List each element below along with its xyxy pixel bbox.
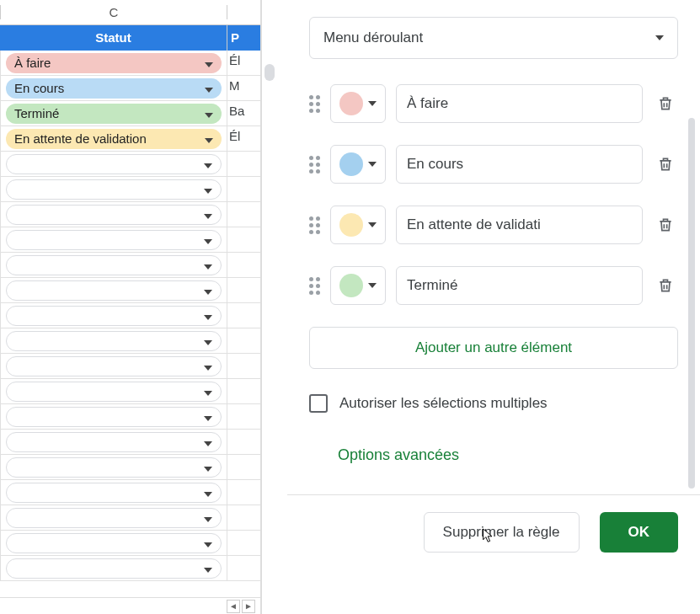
option-value-input[interactable] (396, 266, 643, 305)
dropdown-chip[interactable] (6, 280, 222, 301)
dropdown-chip[interactable] (6, 432, 222, 452)
header-statut[interactable]: Statut (0, 25, 227, 51)
cell-col-d[interactable] (227, 379, 260, 403)
cell-statut[interactable] (0, 303, 227, 328)
sheet-tab-scroll: ◄ ► (0, 597, 260, 614)
color-picker[interactable] (330, 84, 386, 123)
dropdown-chip[interactable] (6, 230, 222, 250)
scroll-right-button[interactable]: ► (242, 600, 255, 613)
dropdown-chip[interactable] (6, 255, 222, 275)
dropdown-chip[interactable] (6, 533, 222, 553)
cell-statut[interactable] (0, 404, 227, 429)
drag-handle-icon[interactable] (309, 216, 320, 234)
cell-col-d[interactable] (227, 278, 260, 302)
data-validation-panel: Menu déroulant Ajouter un autre élément … (261, 0, 700, 614)
chevron-down-icon (205, 106, 213, 120)
cell-col-d[interactable]: Él (227, 126, 260, 151)
cell-col-d[interactable] (227, 328, 260, 353)
dropdown-chip[interactable]: En cours (6, 78, 222, 99)
cell-statut[interactable] (0, 328, 227, 353)
trash-icon (657, 95, 674, 112)
cell-statut[interactable] (0, 278, 227, 302)
cell-col-d[interactable] (227, 455, 260, 479)
dropdown-chip[interactable] (6, 407, 222, 427)
cell-col-d[interactable] (227, 505, 260, 530)
cell-statut[interactable]: Terminé (0, 101, 227, 125)
dropdown-chip[interactable] (6, 154, 222, 174)
cell-statut[interactable] (0, 556, 227, 580)
cell-statut[interactable] (0, 480, 227, 505)
criteria-dropdown[interactable]: Menu déroulant (309, 17, 678, 59)
color-picker[interactable] (330, 145, 386, 184)
cell-col-d[interactable] (227, 430, 260, 454)
cell-col-d[interactable] (227, 253, 260, 277)
delete-option-button[interactable] (653, 91, 678, 116)
drag-handle-icon[interactable] (309, 277, 320, 295)
cell-statut[interactable] (0, 227, 227, 252)
dropdown-chip[interactable] (6, 457, 222, 478)
dropdown-chip[interactable] (6, 356, 222, 376)
cell-col-d[interactable] (227, 152, 260, 176)
cell-statut[interactable] (0, 152, 227, 176)
cell-statut[interactable] (0, 531, 227, 555)
header-col-d[interactable]: P (227, 25, 260, 51)
table-row: En coursM (0, 76, 260, 101)
cell-statut[interactable] (0, 177, 227, 201)
cell-col-d[interactable] (227, 556, 260, 580)
dropdown-chip[interactable] (6, 205, 222, 225)
dropdown-chip[interactable]: Terminé (6, 104, 222, 124)
option-row (309, 266, 678, 305)
delete-rule-button[interactable]: Supprimer la règle (424, 512, 580, 553)
advanced-options-toggle[interactable]: Options avancées (338, 446, 678, 464)
cell-statut[interactable]: En cours (0, 76, 227, 100)
scroll-left-button[interactable]: ◄ (227, 600, 240, 613)
cell-statut[interactable]: En attente de validation (0, 126, 227, 151)
cell-statut[interactable] (0, 354, 227, 378)
cell-col-d[interactable] (227, 354, 260, 378)
delete-option-button[interactable] (653, 152, 678, 177)
cell-statut[interactable] (0, 202, 227, 227)
cell-statut[interactable] (0, 430, 227, 454)
cell-col-d[interactable]: Él (227, 51, 260, 75)
delete-option-button[interactable] (653, 273, 678, 298)
chevron-down-icon (204, 232, 212, 247)
dropdown-chip[interactable] (6, 179, 222, 200)
dropdown-chip[interactable] (6, 483, 222, 503)
cell-statut[interactable] (0, 379, 227, 403)
ok-button[interactable]: OK (600, 512, 679, 553)
cell-statut[interactable] (0, 505, 227, 530)
dropdown-chip[interactable] (6, 331, 222, 351)
cell-statut[interactable]: À faire (0, 51, 227, 75)
cell-col-d[interactable] (227, 177, 260, 201)
cell-col-d[interactable]: Ba (227, 101, 260, 125)
chevron-down-icon (368, 101, 377, 106)
cell-statut[interactable] (0, 455, 227, 479)
cell-col-d[interactable] (227, 227, 260, 252)
column-header-c[interactable]: C (0, 5, 227, 19)
option-value-input[interactable] (396, 206, 643, 244)
cell-col-d[interactable] (227, 202, 260, 227)
cell-col-d[interactable] (227, 531, 260, 555)
cell-statut[interactable] (0, 253, 227, 277)
dropdown-chip[interactable] (6, 382, 222, 402)
delete-option-button[interactable] (653, 212, 678, 238)
dropdown-chip[interactable]: En attente de validation (6, 129, 222, 149)
dropdown-chip[interactable] (6, 558, 222, 579)
cell-col-d[interactable] (227, 404, 260, 429)
option-value-input[interactable] (396, 145, 643, 184)
panel-scrollbar[interactable] (688, 118, 695, 489)
add-another-item-button[interactable]: Ajouter un autre élément (309, 327, 678, 369)
chevron-down-icon (204, 485, 212, 499)
cell-col-d[interactable] (227, 480, 260, 505)
dropdown-chip[interactable]: À faire (6, 53, 222, 73)
dropdown-chip[interactable] (6, 306, 222, 326)
option-value-input[interactable] (396, 84, 643, 123)
cell-col-d[interactable]: M (227, 76, 260, 100)
cell-col-d[interactable] (227, 303, 260, 328)
dropdown-chip[interactable] (6, 508, 222, 528)
drag-handle-icon[interactable] (309, 156, 320, 174)
color-picker[interactable] (330, 266, 386, 305)
multi-select-checkbox[interactable] (309, 394, 328, 413)
drag-handle-icon[interactable] (309, 95, 320, 113)
color-picker[interactable] (330, 206, 386, 244)
